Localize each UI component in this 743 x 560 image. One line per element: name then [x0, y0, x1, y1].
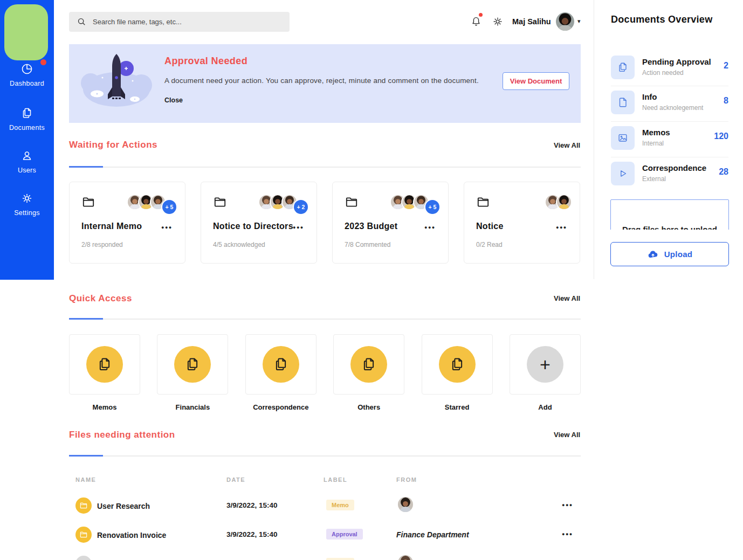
quick-access-add[interactable]: + Add — [510, 334, 581, 411]
search-bar — [69, 12, 290, 32]
bell-icon — [470, 16, 482, 27]
cloud-upload-icon — [647, 248, 659, 260]
user-avatar[interactable] — [556, 12, 574, 31]
divider — [69, 319, 581, 320]
panel-title: Documents Overview — [611, 14, 712, 25]
settings-button[interactable] — [492, 16, 504, 27]
pages-icon — [350, 346, 387, 383]
dropzone-text: Drag files here to upload — [611, 225, 728, 230]
notification-dot — [479, 13, 483, 17]
banner-close-button[interactable]: Close — [164, 96, 183, 104]
view-all-quick-access[interactable]: View All — [554, 294, 580, 302]
row-menu-button[interactable]: ●●● — [562, 531, 573, 537]
upload-label: Upload — [664, 250, 693, 259]
row-menu-button[interactable]: ●●● — [562, 502, 573, 508]
sidebar-item-label: Dashboard — [0, 80, 54, 87]
table-row-renovation-invoice[interactable]: Renovation Invoice 3/9/2022, 15:40 Appro… — [69, 525, 581, 552]
file-name: Renovation Invoice — [97, 531, 166, 540]
card-status: 7/8 Commented — [345, 241, 390, 248]
divider-accent — [69, 318, 103, 320]
waiting-card-notice[interactable]: Notice ●●● 0/2 Read — [464, 182, 580, 264]
card-menu-button[interactable]: ●●● — [293, 225, 304, 230]
card-title: Internal Memo — [81, 222, 142, 231]
sidebar-item-label: Settings — [0, 209, 54, 217]
table-row-clipped[interactable]: 3/9/2022, 15:40 Memo ●●● — [69, 554, 581, 560]
card-status: 0/2 Read — [476, 241, 503, 248]
table-row-user-research[interactable]: User Research 3/9/2022, 15:40 Memo ●●● — [69, 496, 581, 523]
folder-icon — [81, 195, 95, 209]
sidebar: Dashboard Documents Users Settings — [0, 0, 54, 280]
view-all-waiting[interactable]: View All — [554, 141, 580, 149]
documents-overview-panel: Documents Overview Pending Approval Acti… — [594, 0, 743, 560]
column-header-label: LABEL — [324, 476, 347, 483]
overview-item-count: 28 — [719, 167, 728, 177]
pages-icon — [439, 346, 476, 383]
label-badge: Approval — [326, 529, 363, 540]
card-status: 4/5 acknowledged — [213, 241, 265, 248]
sidebar-item-users[interactable]: Users — [0, 149, 54, 174]
overview-item-subtitle: Internal — [642, 140, 664, 147]
search-icon — [76, 16, 87, 27]
quick-access-financials[interactable]: Financials — [157, 334, 228, 411]
overview-item-pending-approval[interactable]: Pending Approval Action needed 2 — [611, 56, 728, 79]
users-icon — [20, 149, 33, 162]
quick-access-memos[interactable]: Memos — [69, 334, 140, 411]
banner-message: A document need your action. You can app… — [164, 77, 479, 85]
folder-icon — [213, 195, 227, 209]
avatar-group: + 5 — [391, 195, 439, 214]
overview-item-memos[interactable]: Memos Internal 120 — [611, 126, 728, 150]
chevron-down-icon[interactable]: ▾ — [577, 18, 581, 25]
view-all-files[interactable]: View All — [554, 431, 580, 439]
folder-icon — [75, 556, 92, 560]
overflow-count-badge: + 5 — [162, 200, 176, 214]
avatar — [557, 195, 571, 209]
quick-access-row: Memos Financials Correspondence Others S… — [69, 334, 581, 411]
waiting-card-2023-budget[interactable]: + 5 2023 Budget ●●● 7/8 Commented — [332, 182, 449, 264]
divider — [611, 86, 728, 86]
quick-access-starred[interactable]: Starred — [422, 334, 493, 411]
search-input[interactable] — [93, 12, 284, 32]
quick-access-label: Add — [510, 403, 581, 411]
label-badge: Memo — [326, 558, 354, 560]
card-menu-button[interactable]: ●●● — [424, 225, 436, 230]
quick-access-others[interactable]: Others — [333, 334, 404, 411]
pages-icon — [611, 56, 635, 79]
folder-icon — [75, 527, 92, 543]
file-from: Finance Department — [396, 530, 469, 539]
section-title-waiting: Waiting for Actions — [69, 140, 157, 150]
from-avatar — [398, 497, 413, 512]
file-name: User Research — [97, 502, 150, 510]
waiting-card-notice-to-directors[interactable]: + 2 Notice to Directors ●●● 4/5 acknowle… — [201, 182, 317, 264]
card-menu-button[interactable]: ●●● — [161, 225, 173, 230]
folder-icon — [476, 195, 490, 209]
card-menu-button[interactable]: ●●● — [556, 225, 567, 230]
view-document-button[interactable]: View Document — [503, 72, 569, 90]
overview-item-title: Pending Approval — [642, 57, 711, 66]
quick-access-label: Memos — [69, 403, 140, 411]
overview-item-title: Info — [642, 92, 657, 101]
sidebar-item-dashboard[interactable]: Dashboard — [0, 63, 54, 87]
overview-item-subtitle: External — [642, 175, 666, 183]
rocket-illustration — [79, 51, 160, 114]
app-logo — [4, 4, 48, 60]
overview-item-subtitle: Need acknolegement — [642, 104, 703, 112]
approval-banner: Approval Needed A document need your act… — [69, 44, 581, 123]
label-badge: Memo — [326, 500, 354, 510]
overflow-count-badge: + 5 — [425, 200, 439, 214]
image-icon — [611, 126, 635, 150]
pages-icon — [263, 346, 299, 383]
divider — [69, 455, 581, 457]
overview-item-info[interactable]: Info Need acknolegement 8 — [611, 91, 728, 114]
sidebar-item-documents[interactable]: Documents — [0, 107, 54, 132]
quick-access-correspondence[interactable]: Correspondence — [245, 334, 317, 411]
card-title: Notice — [476, 222, 504, 231]
overview-item-correspondence[interactable]: Correspondence External 28 — [611, 162, 728, 185]
file-dropzone[interactable]: Drag files here to upload — [610, 199, 729, 230]
gear-icon — [492, 16, 504, 27]
files-table-header: NAME DATE LABEL FROM — [69, 476, 581, 484]
file-icon — [611, 91, 635, 114]
sidebar-item-settings[interactable]: Settings — [0, 192, 54, 217]
upload-button[interactable]: Upload — [610, 242, 729, 266]
waiting-card-internal-memo[interactable]: + 5 Internal Memo ●●● 2/8 responded — [69, 182, 185, 264]
notifications-button[interactable] — [470, 16, 482, 27]
